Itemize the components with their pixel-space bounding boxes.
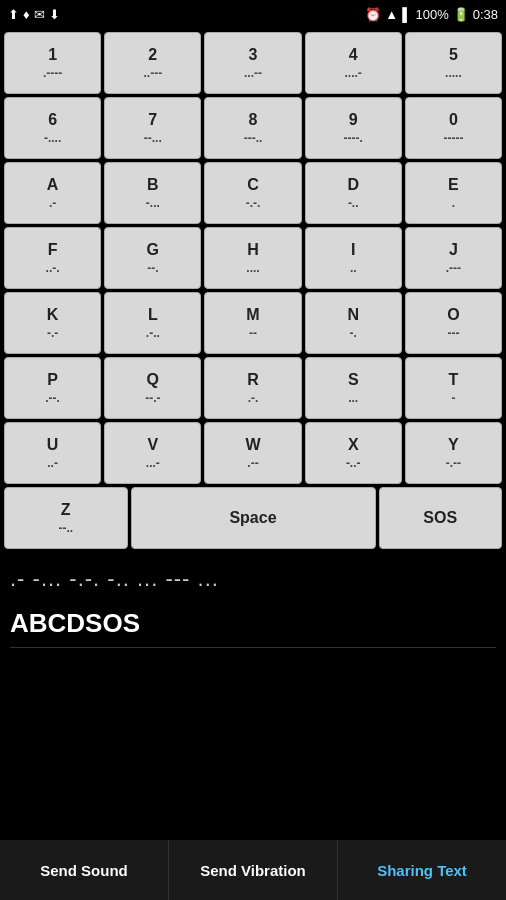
key-sos[interactable]: SOS bbox=[379, 487, 503, 549]
key-p[interactable]: P.--. bbox=[4, 357, 101, 419]
battery-icon: 🔋 bbox=[453, 7, 469, 22]
key-row-5: K-.- L.-.. M-- N-. O--- bbox=[4, 292, 502, 354]
key-l[interactable]: L.-.. bbox=[104, 292, 201, 354]
time-display: 0:38 bbox=[473, 7, 498, 22]
key-4[interactable]: 4....- bbox=[305, 32, 402, 94]
key-h[interactable]: H.... bbox=[204, 227, 301, 289]
output-divider bbox=[10, 647, 496, 648]
status-bar: ⬆ ♦ ✉ ⬇ ⏰ ▲ ▌ 100% 🔋 0:38 bbox=[0, 0, 506, 28]
key-k[interactable]: K-.- bbox=[4, 292, 101, 354]
key-5[interactable]: 5..... bbox=[405, 32, 502, 94]
key-u[interactable]: U..- bbox=[4, 422, 101, 484]
key-1[interactable]: 1.---- bbox=[4, 32, 101, 94]
key-9[interactable]: 9----. bbox=[305, 97, 402, 159]
key-row-8: Z--.. Space SOS bbox=[4, 487, 502, 549]
key-f[interactable]: F..-. bbox=[4, 227, 101, 289]
status-icons-right: ⏰ ▲ ▌ 100% 🔋 0:38 bbox=[365, 7, 498, 22]
key-x[interactable]: X-..- bbox=[305, 422, 402, 484]
alarm-icon: ⏰ bbox=[365, 7, 381, 22]
key-3[interactable]: 3...-- bbox=[204, 32, 301, 94]
key-n[interactable]: N-. bbox=[305, 292, 402, 354]
email-icon: ✉ bbox=[34, 7, 45, 22]
key-row-3: A.- B-... C-.-. D-.. E. bbox=[4, 162, 502, 224]
key-d[interactable]: D-.. bbox=[305, 162, 402, 224]
download-icon: ⬇ bbox=[49, 7, 60, 22]
text-output: ABCDSOS bbox=[10, 602, 496, 643]
send-sound-button[interactable]: Send Sound bbox=[0, 840, 169, 900]
key-0[interactable]: 0----- bbox=[405, 97, 502, 159]
key-6[interactable]: 6-.... bbox=[4, 97, 101, 159]
battery-label: 100% bbox=[415, 7, 448, 22]
key-g[interactable]: G--. bbox=[104, 227, 201, 289]
key-m[interactable]: M-- bbox=[204, 292, 301, 354]
key-space[interactable]: Space bbox=[131, 487, 376, 549]
key-r[interactable]: R.-. bbox=[204, 357, 301, 419]
key-b[interactable]: B-... bbox=[104, 162, 201, 224]
key-i[interactable]: I.. bbox=[305, 227, 402, 289]
key-2[interactable]: 2..--- bbox=[104, 32, 201, 94]
morse-keyboard: 1.---- 2..--- 3...-- 4....- 5..... 6-...… bbox=[0, 28, 506, 549]
key-c[interactable]: C-.-. bbox=[204, 162, 301, 224]
key-row-6: P.--. Q--.- R.-. S... T- bbox=[4, 357, 502, 419]
send-vibration-button[interactable]: Send Vibration bbox=[169, 840, 338, 900]
key-s[interactable]: S... bbox=[305, 357, 402, 419]
key-7[interactable]: 7--... bbox=[104, 97, 201, 159]
key-8[interactable]: 8---.. bbox=[204, 97, 301, 159]
status-icons-left: ⬆ ♦ ✉ ⬇ bbox=[8, 7, 60, 22]
key-e[interactable]: E. bbox=[405, 162, 502, 224]
key-row-7: U..- V...- W.-- X-..- Y-.-- bbox=[4, 422, 502, 484]
key-row-1: 1.---- 2..--- 3...-- 4....- 5..... bbox=[4, 32, 502, 94]
sharing-text-button[interactable]: Sharing Text bbox=[338, 840, 506, 900]
key-t[interactable]: T- bbox=[405, 357, 502, 419]
key-w[interactable]: W.-- bbox=[204, 422, 301, 484]
key-z[interactable]: Z--.. bbox=[4, 487, 128, 549]
headset-icon: ♦ bbox=[23, 7, 30, 22]
signal-icon: ▌ bbox=[402, 7, 411, 22]
key-j[interactable]: J.--- bbox=[405, 227, 502, 289]
action-bar: Send Sound Send Vibration Sharing Text bbox=[0, 840, 506, 900]
output-area: .- -... -.-. -.. ... --- ... ABCDSOS bbox=[0, 552, 506, 652]
usb-icon: ⬆ bbox=[8, 7, 19, 22]
key-y[interactable]: Y-.-- bbox=[405, 422, 502, 484]
key-q[interactable]: Q--.- bbox=[104, 357, 201, 419]
key-a[interactable]: A.- bbox=[4, 162, 101, 224]
key-row-4: F..-. G--. H.... I.. J.--- bbox=[4, 227, 502, 289]
morse-output: .- -... -.-. -.. ... --- ... bbox=[10, 562, 496, 602]
key-o[interactable]: O--- bbox=[405, 292, 502, 354]
key-v[interactable]: V...- bbox=[104, 422, 201, 484]
wifi-icon: ▲ bbox=[385, 7, 398, 22]
key-row-2: 6-.... 7--... 8---.. 9----. 0----- bbox=[4, 97, 502, 159]
